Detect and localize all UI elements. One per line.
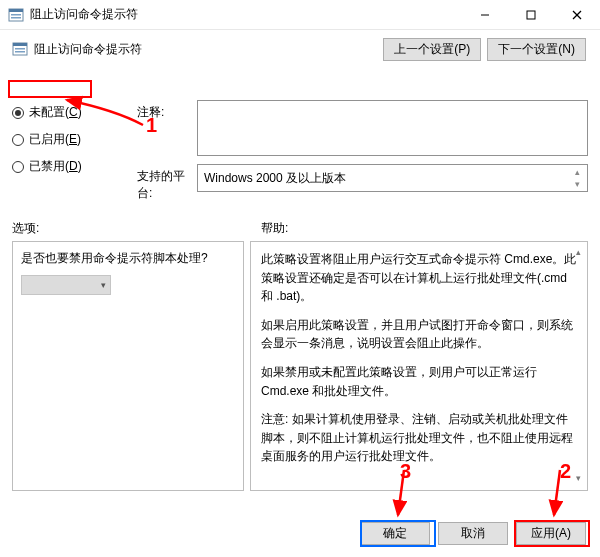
state-radios: 未配置(C) 已启用(E) 已禁用(D) <box>12 100 127 210</box>
policy-icon <box>12 41 28 57</box>
svg-rect-1 <box>9 9 23 12</box>
radio-enabled[interactable]: 已启用(E) <box>12 131 127 148</box>
svg-rect-9 <box>13 43 27 46</box>
help-text: 注意: 如果计算机使用登录、注销、启动或关机批处理文件脚本，则不阻止计算机运行批… <box>261 410 577 466</box>
comment-input[interactable] <box>197 100 588 156</box>
close-button[interactable] <box>554 0 600 30</box>
help-label: 帮助: <box>261 220 288 237</box>
platform-value: Windows 2000 及以上版本 ▴▾ <box>197 164 588 192</box>
radio-icon <box>12 134 24 146</box>
option-question: 是否也要禁用命令提示符脚本处理? <box>21 250 235 267</box>
scroll-icon[interactable]: ▴▾ <box>569 167 585 189</box>
cancel-button[interactable]: 取消 <box>438 522 508 545</box>
prev-setting-button[interactable]: 上一个设置(P) <box>383 38 481 61</box>
option-select[interactable]: ▾ <box>21 275 111 295</box>
help-text: 此策略设置将阻止用户运行交互式命令提示符 Cmd.exe。此策略设置还确定是否可… <box>261 250 577 306</box>
radio-label: 未配置(C) <box>29 104 82 121</box>
ok-button[interactable]: 确定 <box>360 522 430 545</box>
help-text: 如果禁用或未配置此策略设置，则用户可以正常运行 Cmd.exe 和批处理文件。 <box>261 363 577 400</box>
comment-label: 注释: <box>137 100 197 121</box>
svg-rect-2 <box>11 14 21 16</box>
radio-icon <box>12 161 24 173</box>
maximize-button[interactable] <box>508 0 554 30</box>
titlebar: 阻止访问命令提示符 <box>0 0 600 30</box>
radio-label: 已启用(E) <box>29 131 81 148</box>
page-title: 阻止访问命令提示符 <box>34 41 142 58</box>
minimize-button[interactable] <box>462 0 508 30</box>
radio-disabled[interactable]: 已禁用(D) <box>12 158 127 175</box>
svg-rect-11 <box>15 51 25 53</box>
options-panel: 是否也要禁用命令提示符脚本处理? ▾ <box>12 241 244 491</box>
help-text: 如果启用此策略设置，并且用户试图打开命令窗口，则系统会显示一条消息，说明设置会阻… <box>261 316 577 353</box>
apply-button[interactable]: 应用(A) <box>516 522 586 545</box>
help-panel: 此策略设置将阻止用户运行交互式命令提示符 Cmd.exe。此策略设置还确定是否可… <box>250 241 588 491</box>
scroll-icon[interactable]: ▴▾ <box>571 246 585 486</box>
radio-icon <box>12 107 24 119</box>
radio-not-configured[interactable]: 未配置(C) <box>12 104 127 121</box>
chevron-down-icon: ▾ <box>101 280 106 290</box>
svg-rect-10 <box>15 48 25 50</box>
policy-icon <box>8 7 24 23</box>
radio-label: 已禁用(D) <box>29 158 82 175</box>
svg-rect-5 <box>527 11 535 19</box>
next-setting-button[interactable]: 下一个设置(N) <box>487 38 586 61</box>
svg-rect-3 <box>11 17 21 19</box>
options-label: 选项: <box>12 220 261 237</box>
window-title: 阻止访问命令提示符 <box>30 6 462 23</box>
platform-label: 支持的平台: <box>137 164 197 202</box>
